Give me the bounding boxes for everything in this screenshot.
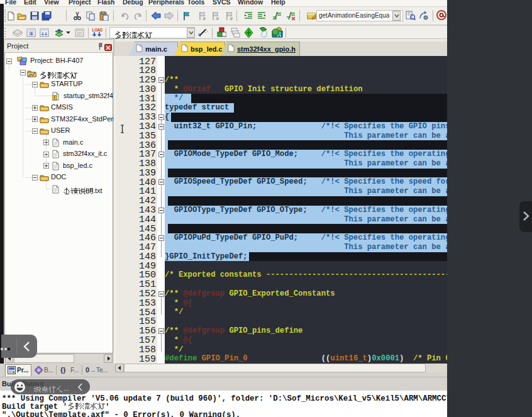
svg-text:LOAD: LOAD bbox=[92, 28, 103, 32]
